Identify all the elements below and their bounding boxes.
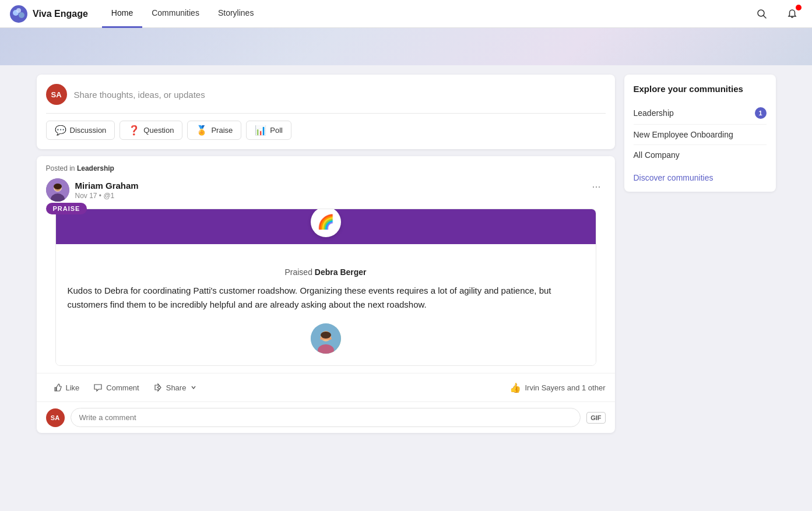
community-item-leadership[interactable]: Leadership 1 <box>634 102 767 125</box>
search-button[interactable] <box>751 3 772 24</box>
compose-input[interactable]: Share thoughts, ideas, or updates <box>74 90 205 100</box>
rainbow-icon: 🌈 <box>311 209 341 237</box>
author-avatar-image <box>46 178 69 202</box>
recipient-avatar-image <box>311 323 341 354</box>
notification-count <box>796 5 802 10</box>
discussion-icon: 💬 <box>55 125 66 136</box>
praise-wrapper: PRAISE 🌈 Praised Debra Berger Kudos to D… <box>37 209 615 366</box>
compose-card: SA Share thoughts, ideas, or updates 💬 D… <box>37 75 615 149</box>
nav-communities[interactable]: Communities <box>142 0 209 28</box>
notifications-button[interactable] <box>782 3 803 24</box>
recipient-avatar-inner <box>311 323 341 354</box>
gif-button[interactable]: GIF <box>586 412 605 424</box>
praise-content: 🌈 Praised Debra Berger Kudos to Debra fo… <box>55 209 596 366</box>
feed-column: SA Share thoughts, ideas, or updates 💬 D… <box>37 75 615 433</box>
post-author-row: Miriam Graham Nov 17 • @1 ··· <box>46 178 606 202</box>
top-navigation: Viva Engage Home Communities Storylines <box>0 0 812 28</box>
svg-point-0 <box>10 5 27 23</box>
like-button[interactable]: Like <box>46 379 87 396</box>
community-item-new-employee[interactable]: New Employee Onboarding <box>634 125 767 145</box>
community-name-new-employee: New Employee Onboarding <box>634 130 733 139</box>
svg-point-10 <box>54 184 62 189</box>
praise-icon: 🏅 <box>196 125 208 136</box>
praised-text: Praised Debra Berger <box>68 267 584 277</box>
likes-info: 👍 Irvin Sayers and 1 other <box>509 382 605 393</box>
discussion-button[interactable]: 💬 Discussion <box>46 121 115 140</box>
user-avatar: SA <box>46 84 67 105</box>
share-icon <box>153 383 163 392</box>
explore-communities-card: Explore your communities Leadership 1 Ne… <box>624 75 776 192</box>
sidebar-column: Explore your communities Leadership 1 Ne… <box>624 75 776 433</box>
svg-point-3 <box>16 8 21 13</box>
app-name: Viva Engage <box>33 9 88 19</box>
author-avatar <box>46 178 69 202</box>
poll-icon: 📊 <box>255 125 266 136</box>
question-button[interactable]: ❓ Question <box>119 121 182 140</box>
post-footer: Like Comment Share <box>37 373 615 401</box>
poll-button[interactable]: 📊 Poll <box>246 121 291 140</box>
svg-point-15 <box>321 332 331 339</box>
praise-message: Kudos to Debra for coordinating Patti's … <box>68 284 584 312</box>
community-name-leadership: Leadership <box>634 108 674 118</box>
discover-communities-link[interactable]: Discover communities <box>634 173 767 182</box>
comment-input[interactable] <box>71 408 581 427</box>
commenter-avatar: SA <box>46 408 65 427</box>
comment-row: SA GIF <box>37 401 615 433</box>
comment-button[interactable]: Comment <box>86 379 146 396</box>
post-card: Posted in Leadership <box>37 156 615 433</box>
nav-storylines[interactable]: Storylines <box>209 0 263 28</box>
community-badge-leadership: 1 <box>755 107 767 119</box>
post-header: Posted in Leadership <box>37 156 615 202</box>
svg-line-5 <box>764 15 767 18</box>
share-button[interactable]: Share <box>146 379 204 396</box>
community-item-all-company[interactable]: All Company <box>634 145 767 165</box>
share-chevron-icon <box>191 385 196 390</box>
author-name[interactable]: Miriam Graham <box>75 181 139 191</box>
comment-icon <box>93 383 103 392</box>
svg-point-2 <box>19 12 24 18</box>
community-name-all-company: All Company <box>634 150 680 160</box>
app-logo: Viva Engage <box>9 5 88 23</box>
recipient-avatar <box>311 323 341 354</box>
praise-badge: PRAISE <box>46 203 87 214</box>
post-meta: Nov 17 • @1 <box>75 192 139 200</box>
more-options-button[interactable]: ··· <box>587 178 605 195</box>
search-icon <box>757 9 767 19</box>
author-avatar-inner <box>46 178 69 202</box>
compose-input-row: SA Share thoughts, ideas, or updates <box>46 84 606 114</box>
hero-banner <box>0 28 812 65</box>
nav-actions <box>751 3 803 24</box>
sidebar-title: Explore your communities <box>634 84 767 94</box>
praise-body: Praised Debra Berger Kudos to Debra for … <box>56 244 596 365</box>
viva-engage-logo-icon <box>9 5 28 23</box>
bell-icon <box>787 9 797 19</box>
author-details: Miriam Graham Nov 17 • @1 <box>75 181 139 200</box>
praise-purple-bar: 🌈 <box>56 209 596 244</box>
praise-button[interactable]: 🏅 Praise <box>187 121 241 140</box>
nav-links: Home Communities Storylines <box>102 0 751 28</box>
like-icon <box>53 383 62 392</box>
compose-actions: 💬 Discussion ❓ Question 🏅 Praise 📊 Poll <box>46 121 606 140</box>
question-icon: ❓ <box>128 125 140 136</box>
main-container: SA Share thoughts, ideas, or updates 💬 D… <box>27 65 785 442</box>
nav-home[interactable]: Home <box>102 0 142 28</box>
post-author-info: Miriam Graham Nov 17 • @1 <box>46 178 139 202</box>
posted-in: Posted in Leadership <box>46 164 606 172</box>
